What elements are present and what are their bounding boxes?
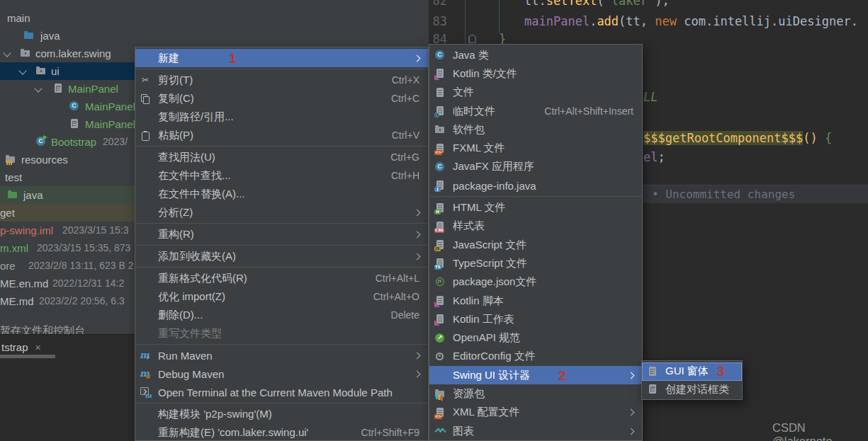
menu-item-label: 软件包 bbox=[453, 123, 485, 137]
javafx-icon: C bbox=[434, 161, 446, 173]
menu-item[interactable]: CJava 类 bbox=[429, 46, 642, 64]
menu-item-shortcut: Ctrl+Alt+Shift+Insert bbox=[544, 105, 633, 117]
menu-separator bbox=[136, 267, 427, 268]
menu-item[interactable]: mOpen Terminal at the Current Maven Modu… bbox=[135, 383, 428, 401]
ts-icon: TS bbox=[434, 258, 446, 269]
tree-item-date: 2023/2/2 20:56, 6.3 bbox=[39, 292, 125, 310]
chevron-down-icon[interactable] bbox=[34, 84, 42, 92]
menu-item[interactable]: <>FXML 文件 bbox=[429, 139, 642, 157]
fxml-icon: <> bbox=[434, 143, 446, 154]
menu-item[interactable]: Swing UI 设计器2 bbox=[429, 366, 642, 384]
indent-guide bbox=[499, 0, 500, 33]
tree-row[interactable]: java bbox=[0, 27, 429, 45]
menu-item-shortcut: Ctrl+X bbox=[392, 74, 419, 86]
menu-item[interactable]: CSS样式表 bbox=[429, 217, 642, 236]
resources-icon bbox=[5, 154, 16, 165]
menu-item-label: 文件 bbox=[453, 86, 474, 99]
menu-item-label: 重新格式化代码(R) bbox=[158, 272, 247, 285]
tree-item-label: ME.md bbox=[0, 292, 34, 310]
menu-item[interactable]: 粘贴(P)Ctrl+V bbox=[135, 126, 428, 144]
menu-item[interactable]: GUI 窗体3 bbox=[642, 362, 742, 381]
chevron-right-icon bbox=[414, 209, 421, 216]
menu-item-label: 优化 import(Z) bbox=[158, 290, 225, 304]
menu-item[interactable]: mRun Maven bbox=[135, 346, 428, 365]
kotlin-script-icon bbox=[434, 295, 446, 307]
menu-item-label: 临时文件 bbox=[453, 105, 495, 118]
form-file-icon bbox=[52, 83, 64, 94]
kotlin-sheet-icon bbox=[434, 314, 446, 325]
menu-item-label: 复制(C) bbox=[158, 92, 194, 105]
menu-item-shortcut: Ctrl+C bbox=[391, 93, 419, 104]
menu-item[interactable]: 图表 bbox=[429, 422, 642, 440]
menu-item-label: TypeScript 文件 bbox=[453, 257, 527, 270]
menu-item[interactable]: 优化 import(Z)Ctrl+Alt+O bbox=[135, 287, 428, 306]
menu-item[interactable]: 重写文件类型 bbox=[135, 324, 428, 343]
menu-item-label: Kotlin 脚本 bbox=[453, 294, 504, 308]
paste-icon bbox=[140, 130, 151, 141]
menu-item[interactable]: 分析(Z) bbox=[135, 203, 428, 222]
menu-item[interactable]: Kotlin 工作表 bbox=[429, 310, 642, 328]
code-fragment-method: $$$getRootComponent$$$() { bbox=[643, 129, 832, 147]
menu-item[interactable]: <>XML 配置文件 bbox=[429, 403, 642, 422]
chevron-right-icon bbox=[414, 231, 421, 238]
menu-item[interactable]: TSTypeScript 文件 bbox=[429, 254, 642, 273]
menu-item-label: Kotlin 工作表 bbox=[453, 313, 514, 326]
menu-item[interactable]: 查找用法(U)Ctrl+G bbox=[135, 148, 428, 166]
menu-item[interactable]: mDebug Maven bbox=[135, 365, 428, 383]
tree-item-label: Bootstrap bbox=[51, 133, 96, 151]
menu-item-shortcut: Ctrl+G bbox=[390, 151, 419, 163]
menu-item[interactable]: JSJavaScript 文件 bbox=[429, 236, 642, 254]
menu-item[interactable]: 复制(C)Ctrl+C bbox=[135, 89, 428, 108]
menu-separator bbox=[136, 146, 427, 147]
menu-item[interactable]: JSpackage.json文件 bbox=[429, 273, 642, 292]
menu-item[interactable]: 在文件中替换(A)... bbox=[135, 185, 428, 203]
menu-item[interactable]: 创建对话框类 bbox=[642, 381, 742, 399]
tree-item-date: 2023/3/15 15:35, 873 bbox=[37, 239, 130, 257]
menu-item[interactable]: 复制路径/引用... bbox=[135, 108, 428, 126]
menu-item[interactable]: 重构(R) bbox=[135, 225, 428, 244]
horizontal-scrollbar[interactable] bbox=[0, 355, 55, 358]
menu-item[interactable]: 软件包 bbox=[429, 120, 642, 139]
menu-item[interactable]: 重新构建(E) 'com.laker.swing.ui'Ctrl+Shift+F… bbox=[135, 423, 428, 441]
menu-item[interactable]: 删除(D)...Delete bbox=[135, 306, 428, 324]
tree-item-date: 2022/12/31 14:2 bbox=[52, 275, 124, 292]
menu-item[interactable]: 文件 bbox=[429, 84, 642, 102]
cut-icon: ✂ bbox=[140, 74, 151, 86]
menu-item-shortcut: Ctrl+Alt+O bbox=[373, 291, 419, 302]
menu-item[interactable]: 重新格式化代码(R)Ctrl+Alt+L bbox=[135, 269, 428, 287]
menu-item[interactable]: 添加到收藏夹(A) bbox=[135, 247, 428, 265]
menu-item-label: OpenAPI 规范 bbox=[453, 331, 520, 345]
menu-item-shortcut: Ctrl+Alt+L bbox=[376, 273, 419, 284]
tree-row[interactable]: main bbox=[0, 9, 429, 27]
gutter-marker-icon bbox=[468, 34, 476, 43]
folder-blue-icon bbox=[23, 30, 35, 41]
tree-item-label: ME.en.md bbox=[0, 275, 48, 292]
menu-item[interactable]: Kotlin 类/文件 bbox=[429, 64, 642, 83]
tree-item-label: MainPanel bbox=[68, 80, 118, 98]
menu-item-shortcut: Ctrl+V bbox=[392, 130, 419, 141]
menu-item[interactable]: ✂剪切(T)Ctrl+X bbox=[135, 71, 428, 89]
class-run-icon: C bbox=[35, 136, 47, 147]
menu-item-label: 在文件中查找... bbox=[158, 169, 231, 183]
tree-item-label: m.xml bbox=[0, 239, 28, 257]
chevron-right-icon bbox=[628, 409, 635, 416]
menu-separator bbox=[136, 344, 427, 345]
menu-item[interactable]: 资源包 bbox=[429, 384, 642, 403]
chevron-down-icon[interactable] bbox=[18, 67, 26, 74]
tool-window-tab[interactable]: tstrap× bbox=[1, 341, 41, 353]
chevron-down-icon[interactable] bbox=[3, 49, 11, 57]
menu-item[interactable]: EditorConfig 文件 bbox=[429, 348, 642, 366]
tree-item-label: get bbox=[0, 204, 15, 222]
menu-item[interactable]: 临时文件Ctrl+Alt+Shift+Insert bbox=[429, 102, 642, 120]
menu-item-label: JavaFX 应用程序 bbox=[453, 160, 534, 173]
menu-item[interactable]: 新建1 bbox=[135, 49, 428, 67]
watermark: CSDN @lakernote bbox=[772, 421, 868, 441]
menu-item[interactable]: CJavaFX 应用程序 bbox=[429, 158, 642, 176]
menu-item[interactable]: HHTML 文件 bbox=[429, 198, 642, 217]
menu-item[interactable]: Kotlin 脚本 bbox=[429, 292, 642, 310]
close-icon[interactable]: × bbox=[35, 342, 41, 353]
menu-item[interactable]: ↗OpenAPI 规范 bbox=[429, 328, 642, 347]
menu-item[interactable]: 在文件中查找...Ctrl+H bbox=[135, 166, 428, 185]
menu-item[interactable]: 构建模块 'p2p-swing'(M) bbox=[135, 405, 428, 423]
menu-item[interactable]: Jpackage-info.java bbox=[429, 176, 642, 195]
